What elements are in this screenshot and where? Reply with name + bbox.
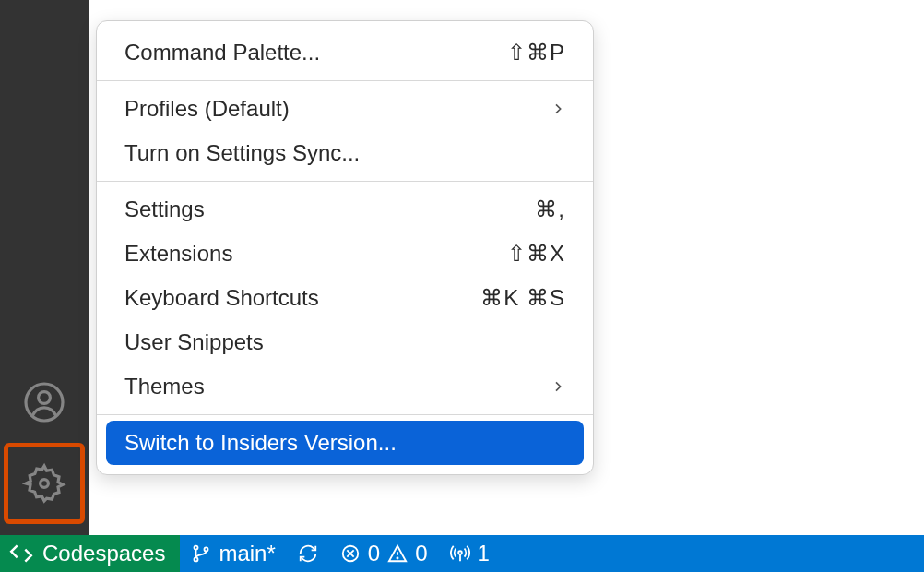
- status-branch-label: main*: [219, 541, 275, 566]
- status-sync[interactable]: [287, 535, 329, 572]
- chevron-right-icon: [551, 379, 565, 394]
- menu-item-command-palette[interactable]: Command Palette... ⇧⌘P: [97, 30, 593, 75]
- menu-item-keyboard-shortcuts[interactable]: Keyboard Shortcuts ⌘K ⌘S: [97, 276, 593, 320]
- menu-item-label: Keyboard Shortcuts: [124, 285, 480, 311]
- account-icon: [22, 380, 66, 424]
- menu-item-shortcut: ⇧⌘X: [507, 241, 565, 267]
- menu-item-themes[interactable]: Themes: [97, 364, 593, 409]
- git-branch-icon: [191, 543, 211, 564]
- menu-item-shortcut: ⌘,: [535, 197, 565, 222]
- status-bar: Codespaces main* 0 0: [0, 535, 924, 572]
- menu-item-insiders[interactable]: Switch to Insiders Version...: [106, 421, 584, 465]
- status-errors-count: 0: [368, 541, 380, 566]
- status-ports-count: 1: [478, 541, 490, 566]
- remote-icon: [9, 542, 33, 566]
- activity-bar: [0, 0, 89, 535]
- svg-point-4: [195, 557, 198, 561]
- menu-item-label: User Snippets: [124, 329, 565, 355]
- status-remote[interactable]: Codespaces: [0, 535, 180, 572]
- error-icon: [340, 543, 361, 564]
- menu-item-label: Extensions: [124, 241, 507, 267]
- menu-item-label: Profiles (Default): [124, 96, 551, 122]
- accounts-button[interactable]: [7, 365, 81, 439]
- status-warnings-count: 0: [415, 541, 427, 566]
- status-ports[interactable]: 1: [439, 535, 501, 572]
- menu-separator: [97, 80, 593, 81]
- svg-point-1: [39, 392, 51, 404]
- svg-point-2: [41, 480, 49, 488]
- status-problems[interactable]: 0 0: [329, 535, 439, 572]
- menu-item-shortcut: ⇧⌘P: [507, 40, 565, 66]
- chevron-right-icon: [551, 101, 565, 116]
- menu-item-label: Switch to Insiders Version...: [124, 430, 565, 456]
- manage-menu: Command Palette... ⇧⌘P Profiles (Default…: [96, 20, 594, 475]
- menu-item-user-snippets[interactable]: User Snippets: [97, 320, 593, 364]
- sync-icon: [298, 543, 318, 564]
- menu-item-settings-sync[interactable]: Turn on Settings Sync...: [97, 131, 593, 175]
- menu-item-label: Settings: [124, 197, 535, 222]
- gear-icon: [22, 461, 66, 506]
- svg-point-7: [397, 557, 398, 558]
- manage-button[interactable]: [4, 443, 85, 524]
- svg-point-3: [195, 546, 198, 550]
- status-branch[interactable]: main*: [180, 535, 286, 572]
- menu-separator: [97, 414, 593, 415]
- menu-item-label: Command Palette...: [124, 40, 507, 66]
- warning-icon: [387, 543, 408, 564]
- broadcast-icon: [450, 543, 470, 564]
- menu-item-label: Themes: [124, 374, 551, 399]
- svg-point-5: [205, 547, 208, 551]
- menu-item-profiles[interactable]: Profiles (Default): [97, 87, 593, 131]
- menu-item-shortcut: ⌘K ⌘S: [480, 285, 565, 311]
- menu-item-settings[interactable]: Settings ⌘,: [97, 187, 593, 232]
- menu-item-extensions[interactable]: Extensions ⇧⌘X: [97, 232, 593, 276]
- status-remote-label: Codespaces: [42, 541, 165, 566]
- menu-item-label: Turn on Settings Sync...: [124, 140, 565, 166]
- svg-point-8: [458, 551, 462, 554]
- menu-separator: [97, 181, 593, 182]
